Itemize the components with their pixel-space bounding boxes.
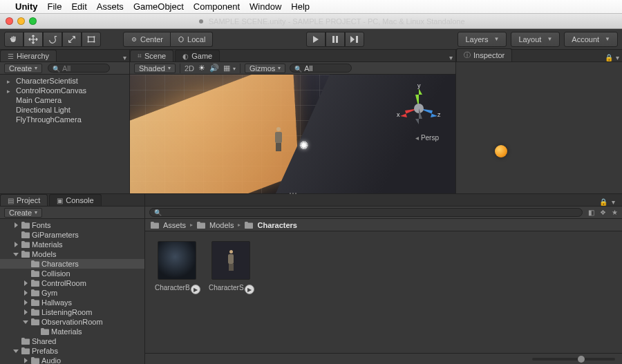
asset-play-icon[interactable]: ▶ (245, 285, 254, 294)
rotate-tool-button[interactable] (43, 32, 62, 47)
hierarchy-item[interactable]: ▸CharacterScientist (0, 76, 129, 86)
panel-menu-icon[interactable]: ▾ (616, 54, 619, 61)
menu-help[interactable]: Help (291, 1, 310, 12)
expand-icon[interactable] (12, 338, 19, 345)
audio-toggle-icon[interactable]: 🔊 (209, 64, 219, 73)
projection-label[interactable]: Persp (415, 134, 439, 142)
expand-icon[interactable] (12, 251, 19, 258)
orientation-gizmo[interactable]: y z x (395, 84, 443, 133)
project-tree-item[interactable]: ControlRoom (0, 278, 144, 288)
move-tool-button[interactable] (23, 32, 43, 47)
save-search-icon[interactable]: ★ (612, 209, 618, 216)
close-window-button[interactable] (6, 17, 13, 25)
project-tree-item[interactable]: Models (0, 249, 144, 259)
thumbnail-size-slider[interactable] (532, 358, 615, 361)
project-tree-item[interactable]: Audio (0, 356, 144, 364)
inspector-tab[interactable]: ⓘInspector (456, 48, 512, 61)
layers-dropdown[interactable]: Layers▼ (458, 32, 507, 47)
expand-icon[interactable] (22, 260, 29, 267)
console-tab[interactable]: ▣Console (49, 194, 101, 206)
rect-tool-button[interactable] (82, 32, 101, 47)
expand-icon[interactable]: ▸ (7, 88, 13, 95)
scene-character[interactable] (273, 127, 284, 152)
pivot-center-button[interactable]: Center (123, 32, 171, 47)
filter-by-label-icon[interactable]: ❖ (600, 209, 606, 216)
project-tree-item[interactable]: Materials (0, 327, 144, 336)
project-tree-item[interactable]: Hallways (0, 298, 144, 307)
expand-icon[interactable] (32, 328, 39, 335)
pause-button[interactable] (326, 32, 345, 47)
project-search-input[interactable]: 🔍 (149, 208, 583, 217)
project-tree-item[interactable]: Prefabs (0, 346, 144, 356)
zoom-window-button[interactable] (29, 17, 37, 25)
menu-gameobject[interactable]: GameObject (133, 1, 184, 12)
project-tree-item[interactable]: Gym (0, 288, 144, 298)
expand-icon[interactable]: ▸ (7, 78, 13, 85)
panel-menu-icon[interactable]: ▾ (123, 54, 126, 61)
project-tree-item[interactable]: Fonts (0, 220, 144, 230)
pivot-local-button[interactable]: Local (171, 32, 213, 47)
project-tree-item[interactable]: ListeningRoom (0, 307, 144, 317)
breadcrumb-item[interactable]: Characters (257, 221, 296, 229)
menu-component[interactable]: Component (194, 1, 240, 12)
breadcrumb-item[interactable]: Assets (163, 221, 186, 229)
asset-item[interactable]: ▶ CharacterBu... (156, 241, 198, 291)
menu-file[interactable]: File (48, 1, 62, 12)
panel-menu-icon[interactable]: ▾ (612, 198, 615, 206)
hierarchy-create-dropdown[interactable]: Create▾ (4, 64, 42, 73)
hierarchy-item[interactable]: Directional Light (0, 105, 129, 115)
hierarchy-item[interactable]: FlyThroughCamera (0, 115, 129, 124)
project-tab[interactable]: ▤Project (0, 194, 48, 206)
panel-menu-icon[interactable]: ▾ (449, 54, 453, 61)
layout-dropdown[interactable]: Layout▼ (511, 32, 560, 47)
hierarchy-tab[interactable]: ☰Hierarchy (0, 50, 57, 61)
project-create-dropdown[interactable]: Create▾ (4, 208, 42, 218)
toggle-2d-button[interactable]: 2D (185, 64, 194, 73)
hand-tool-button[interactable] (4, 32, 23, 47)
expand-icon[interactable] (22, 309, 29, 316)
menu-assets[interactable]: Assets (97, 1, 124, 12)
breadcrumb-item[interactable]: Models (209, 221, 234, 229)
project-tree-item[interactable]: Materials (0, 240, 144, 249)
expand-icon[interactable] (22, 289, 29, 296)
expand-icon[interactable] (12, 241, 19, 248)
expand-icon[interactable] (22, 280, 29, 287)
shading-mode-dropdown[interactable]: Shaded▾ (134, 64, 176, 73)
step-button[interactable] (345, 32, 364, 47)
gizmos-dropdown[interactable]: Gizmos▾ (245, 64, 285, 73)
lock-icon[interactable]: 🔒 (605, 54, 613, 61)
lighting-toggle-icon[interactable]: ☀ (198, 64, 205, 73)
game-tab[interactable]: ◐Game (175, 50, 220, 61)
menu-edit[interactable]: Edit (71, 1, 86, 12)
project-tree-item[interactable]: Collision (0, 269, 144, 278)
scene-viewport[interactable]: ✺ y z x Persp (130, 75, 455, 193)
hierarchy-item[interactable]: Main Camera (0, 95, 129, 105)
project-tree-item[interactable]: ObservationRoom (0, 317, 144, 327)
expand-icon[interactable] (22, 299, 29, 306)
account-dropdown[interactable]: Account▼ (564, 32, 618, 47)
menu-window[interactable]: Window (249, 1, 281, 12)
expand-icon[interactable] (22, 270, 29, 277)
effects-toggle-icon[interactable]: ▦▾ (223, 64, 236, 73)
menu-unity[interactable]: Unity (15, 1, 38, 12)
scene-tab[interactable]: ⌗Scene (130, 50, 173, 61)
minimize-window-button[interactable] (17, 17, 25, 25)
scale-tool-button[interactable] (62, 32, 82, 47)
asset-item[interactable]: ▶ CharacterSci... (210, 241, 252, 291)
expand-icon[interactable] (12, 222, 19, 229)
filter-by-type-icon[interactable]: ◧ (588, 209, 594, 216)
hierarchy-item[interactable]: ▸ControlRoomCanvas (0, 86, 129, 95)
expand-icon[interactable] (22, 357, 29, 364)
lock-icon[interactable]: 🔒 (599, 198, 607, 206)
scene-search-input[interactable]: 🔍All (290, 64, 352, 73)
expand-icon[interactable] (12, 347, 19, 354)
asset-play-icon[interactable]: ▶ (191, 285, 200, 294)
project-tree-item[interactable]: GiParameters (0, 230, 144, 240)
light-gizmo-icon[interactable]: ✺ (299, 139, 308, 152)
hierarchy-search-input[interactable]: 🔍All (48, 64, 110, 73)
project-tree-item[interactable]: Shared (0, 336, 144, 346)
project-tree-item[interactable]: Characters (0, 259, 144, 269)
expand-icon[interactable] (12, 231, 19, 238)
play-button[interactable] (306, 32, 326, 47)
expand-icon[interactable] (22, 318, 29, 325)
